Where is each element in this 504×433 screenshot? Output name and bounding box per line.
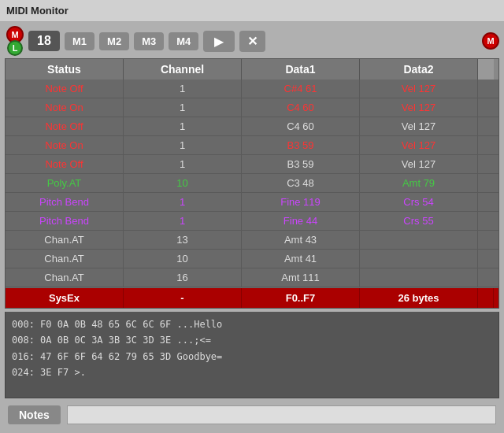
cell-data1: Amt 111 (242, 268, 360, 287)
cell-status: Note On (6, 98, 124, 117)
close-button[interactable]: ✕ (239, 31, 265, 52)
cell-scroll (478, 174, 494, 192)
main-container: M L 18 M1 M2 M3 M4 ▶ ✕ M Status Channel … (0, 22, 504, 433)
cell-status: Chan.AT (6, 231, 124, 249)
hex-line: 016: 47 6F 6F 64 62 79 65 3D Goodbye= (12, 349, 492, 365)
cell-channel: 10 (124, 250, 242, 268)
header-scrollbar (478, 59, 494, 80)
level-indicator: L (7, 40, 23, 56)
app-title: MIDI Monitor (6, 5, 69, 17)
table-row: Chan.AT16Amt 111 (6, 268, 498, 287)
cell-scroll (478, 80, 494, 98)
table-row: Note Off1B3 59Vel 127 (6, 155, 498, 174)
sysex-scroll (478, 288, 494, 308)
notes-input[interactable] (67, 405, 496, 424)
sysex-row: SysEx - F0..F7 26 bytes (6, 288, 498, 308)
cell-channel: 13 (124, 231, 242, 249)
midi-table: Status Channel Data1 Data2 Note Off1C#4 … (5, 58, 499, 309)
cell-channel: 1 (124, 155, 242, 173)
play-button[interactable]: ▶ (203, 31, 235, 52)
m3-button[interactable]: M3 (134, 32, 164, 50)
table-row: Chan.AT13Amt 43 (6, 231, 498, 250)
cell-status: Chan.AT (6, 250, 124, 268)
cell-status: Note Off (6, 117, 124, 135)
title-bar: MIDI Monitor (0, 0, 504, 22)
sysex-channel: - (124, 288, 242, 308)
cell-data1: C3 48 (242, 174, 360, 192)
cell-data1: Amt 41 (242, 250, 360, 268)
port-number: 18 (28, 31, 60, 51)
cell-data1: Fine 44 (242, 212, 360, 230)
header-channel: Channel (124, 59, 242, 80)
hex-dump: 000: F0 0A 0B 48 65 6C 6C 6F ...Hello008… (5, 312, 499, 398)
m1-button[interactable]: M1 (65, 32, 94, 50)
cell-status: Pitch Bend (6, 193, 124, 211)
table-row: Note Off1C#4 61Vel 127 (6, 80, 498, 98)
cell-channel: 1 (124, 136, 242, 154)
notes-label: Notes (8, 405, 61, 424)
table-row: Chan.AT10Amt 41 (6, 250, 498, 268)
table-row: Note On1C4 60Vel 127 (6, 98, 498, 117)
sysex-status: SysEx (6, 288, 124, 308)
table-row: Pitch Bend1Fine 119Crs 54 (6, 193, 498, 212)
cell-scroll (478, 193, 494, 211)
cell-data2: Vel 127 (360, 155, 478, 173)
sysex-data2: 26 bytes (360, 288, 478, 308)
header-data1: Data1 (242, 59, 360, 80)
hex-line: 008: 0A 0B 0C 3A 3B 3C 3D 3E ...;<= (12, 332, 492, 348)
cell-status: Chan.AT (6, 268, 124, 287)
cell-channel: 16 (124, 268, 242, 287)
cell-data2 (360, 268, 478, 287)
cell-scroll (478, 98, 494, 117)
m4-button[interactable]: M4 (169, 32, 198, 50)
table-header: Status Channel Data1 Data2 (6, 59, 498, 80)
cell-scroll (478, 250, 494, 268)
cell-status: Pitch Bend (6, 212, 124, 230)
cell-status: Poly.AT (6, 174, 124, 192)
table-body: Note Off1C#4 61Vel 127Note On1C4 60Vel 1… (6, 80, 498, 288)
table-row: Note On1B3 59Vel 127 (6, 136, 498, 155)
cell-channel: 1 (124, 98, 242, 117)
cell-scroll (478, 155, 494, 173)
cell-data2: Vel 127 (360, 80, 478, 98)
cell-data1: C4 60 (242, 117, 360, 135)
cell-scroll (478, 268, 494, 287)
cell-data2: Vel 127 (360, 117, 478, 135)
cell-data2: Amt 79 (360, 174, 478, 192)
cell-channel: 1 (124, 193, 242, 211)
table-row: Poly.AT10C3 48Amt 79 (6, 174, 498, 193)
cell-data2 (360, 231, 478, 249)
cell-channel: 10 (124, 174, 242, 192)
sysex-data1: F0..F7 (242, 288, 360, 308)
table-row: Pitch Bend1Fine 44Crs 55 (6, 212, 498, 231)
cell-channel: 1 (124, 212, 242, 230)
cell-data1: Amt 43 (242, 231, 360, 249)
cell-scroll (478, 231, 494, 249)
hex-line: 000: F0 0A 0B 48 65 6C 6C 6F ...Hello (12, 316, 492, 332)
cell-scroll (478, 117, 494, 135)
cell-data1: B3 59 (242, 155, 360, 173)
header-data2: Data2 (360, 59, 478, 80)
cell-data2: Vel 127 (360, 98, 478, 117)
cell-data2: Vel 127 (360, 136, 478, 154)
cell-data2: Crs 54 (360, 193, 478, 211)
toolbar: M L 18 M1 M2 M3 M4 ▶ ✕ M (5, 27, 499, 55)
cell-scroll (478, 212, 494, 230)
cell-status: Note Off (6, 155, 124, 173)
cell-channel: 1 (124, 80, 242, 98)
notes-bar: Notes (5, 402, 499, 428)
cell-channel: 1 (124, 117, 242, 135)
cell-scroll (478, 136, 494, 154)
cell-status: Note On (6, 136, 124, 154)
cell-data1: B3 59 (242, 136, 360, 154)
cell-status: Note Off (6, 80, 124, 98)
cell-data2: Crs 55 (360, 212, 478, 230)
cell-data1: Fine 119 (242, 193, 360, 211)
cell-data2 (360, 250, 478, 268)
m2-button[interactable]: M2 (99, 32, 129, 50)
header-status: Status (6, 59, 124, 80)
midi-indicator-right: M (482, 32, 499, 50)
hex-line: 024: 3E F7 >. (12, 365, 492, 380)
cell-data1: C4 60 (242, 98, 360, 117)
cell-data1: C#4 61 (242, 80, 360, 98)
